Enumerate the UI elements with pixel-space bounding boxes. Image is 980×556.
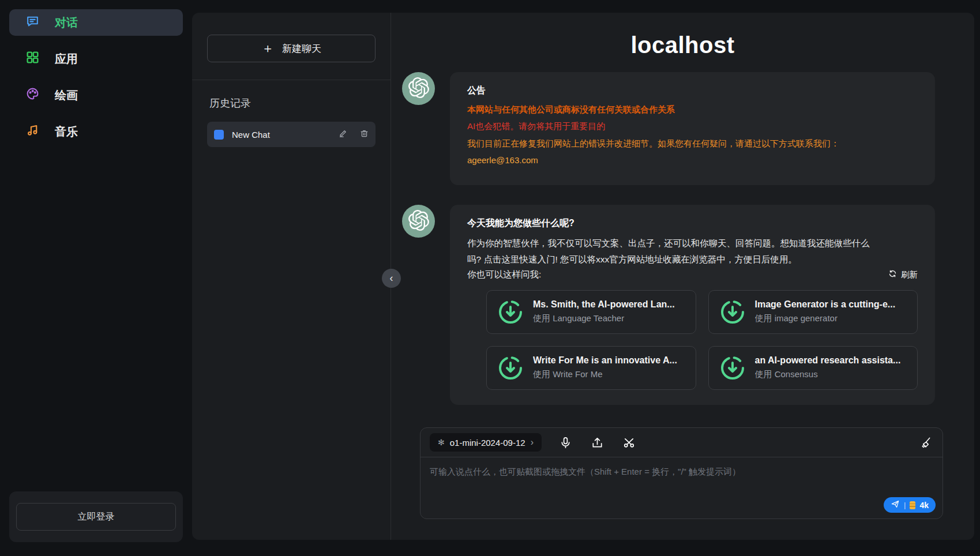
- announcement-line: 本网站与任何其他公司或商标没有任何关联或合作关系: [467, 103, 918, 116]
- suggestion-title: Image Generator is a cutting-e...: [755, 299, 896, 310]
- main-panel: ＋ 新建聊天 历史记录 New Chat: [192, 13, 974, 540]
- suggestion-text: an AI-powered research assista... 使用 Con…: [755, 355, 901, 380]
- music-note-icon: [25, 123, 40, 140]
- suggestion-card[interactable]: an AI-powered research assista... 使用 Con…: [708, 346, 918, 390]
- assistant-avatar: [402, 72, 435, 105]
- suggestion-title: an AI-powered research assista...: [755, 355, 901, 366]
- sidebar-item-label: 对话: [55, 15, 78, 31]
- ask-hint: 你也可以这样问我:: [467, 269, 541, 281]
- suggestion-card[interactable]: Write For Me is an innovative A... 使用 Wr…: [486, 346, 696, 390]
- suggestion-subtitle: 使用 Consensus: [755, 369, 901, 380]
- token-coin-icon: [910, 501, 915, 509]
- download-circle-icon: [497, 355, 524, 381]
- suggestion-subtitle: 使用 Write For Me: [533, 369, 677, 380]
- announcement-bubble: 公告 本网站与任何其他公司或商标没有任何关联或合作关系 AI也会犯错。请勿将其用…: [450, 72, 935, 185]
- separator: |: [904, 501, 906, 509]
- sidebar: 对话 应用 绘画: [0, 0, 192, 556]
- suggestion-subtitle: 使用 image generator: [755, 313, 896, 324]
- edit-icon[interactable]: [334, 129, 347, 140]
- send-button[interactable]: | 4k: [884, 497, 936, 513]
- sidebar-item-label: 应用: [55, 51, 78, 67]
- welcome-body: 作为你的智慧伙伴，我不仅可以写文案、出点子，还可以和你聊天、回答问题。想知道我还…: [467, 235, 883, 268]
- message-announcement: 公告 本网站与任何其他公司或商标没有任何关联或合作关系 AI也会犯错。请勿将其用…: [402, 72, 935, 185]
- login-button[interactable]: 立即登录: [16, 503, 176, 531]
- chat-list-column: ＋ 新建聊天 历史记录 New Chat: [192, 13, 391, 540]
- chat-header: localhost: [391, 13, 974, 62]
- sparkle-icon: ✻: [438, 438, 445, 447]
- history-item-title: New Chat: [232, 130, 326, 140]
- download-circle-icon: [719, 299, 746, 325]
- welcome-bubble: 今天我能为您做些什么呢? 作为你的智慧伙伴，我不仅可以写文案、出点子，还可以和你…: [450, 205, 935, 405]
- sidebar-item-music[interactable]: 音乐: [9, 118, 183, 145]
- welcome-title: 今天我能为您做些什么呢?: [467, 217, 918, 230]
- hint-row: 你也可以这样问我: 刷新: [467, 269, 918, 281]
- message-input[interactable]: [430, 467, 933, 497]
- new-chat-label: 新建聊天: [282, 42, 321, 55]
- refresh-label: 刷新: [901, 269, 918, 280]
- messages-list: 公告 本网站与任何其他公司或商标没有任何关联或合作关系 AI也会犯错。请勿将其用…: [391, 62, 974, 427]
- history-title: 历史记录: [209, 96, 376, 110]
- sidebar-item-label: 绘画: [55, 88, 78, 103]
- sidebar-item-drawing[interactable]: 绘画: [9, 82, 183, 108]
- login-card: 立即登录: [9, 491, 183, 542]
- openai-logo-icon: [408, 210, 429, 233]
- composer: ✻ o1-mini-2024-09-12 ›: [420, 427, 943, 519]
- refresh-icon: [888, 269, 897, 280]
- delete-icon[interactable]: [355, 129, 369, 140]
- token-count: 4k: [919, 501, 929, 510]
- suggestion-text: Write For Me is an innovative A... 使用 Wr…: [533, 355, 677, 380]
- page-title: localhost: [630, 32, 734, 58]
- plus-icon: ＋: [261, 42, 274, 55]
- sidebar-item-chat[interactable]: 对话: [9, 9, 183, 36]
- history-item-new-chat[interactable]: New Chat: [207, 122, 376, 147]
- announcement-line: 我们目前正在修复我们网站上的错误并改进细节。如果您有任何疑问，请通过以下方式联系…: [467, 137, 918, 150]
- palette-icon: [25, 87, 40, 104]
- divider: [192, 80, 391, 80]
- suggestion-card[interactable]: Ms. Smith, the AI-powered Lan... 使用 Lang…: [486, 290, 696, 334]
- model-selector[interactable]: ✻ o1-mini-2024-09-12 ›: [430, 433, 542, 452]
- announcement-title: 公告: [467, 85, 918, 97]
- refresh-button[interactable]: 刷新: [888, 269, 918, 280]
- chat-area: localhost 公告 本网站与任何其他公司或商标没有任何关联或合作关系 AI…: [391, 13, 974, 540]
- grid-icon: [25, 50, 40, 67]
- chat-bubble-icon: [25, 14, 40, 31]
- send-plane-icon: [891, 499, 900, 510]
- scissors-button[interactable]: [621, 435, 637, 450]
- microphone-button[interactable]: [558, 435, 573, 450]
- suggestion-title: Write For Me is an innovative A...: [533, 355, 677, 366]
- upload-button[interactable]: [589, 435, 605, 450]
- chevron-right-icon: ›: [531, 437, 534, 448]
- suggestion-title: Ms. Smith, the AI-powered Lan...: [533, 299, 675, 310]
- download-circle-icon: [497, 299, 524, 325]
- suggestion-grid: Ms. Smith, the AI-powered Lan... 使用 Lang…: [486, 290, 918, 390]
- composer-input-area: | 4k: [420, 457, 943, 519]
- suggestion-subtitle: 使用 Language Teacher: [533, 313, 675, 324]
- message-welcome: 今天我能为您做些什么呢? 作为你的智慧伙伴，我不仅可以写文案、出点子，还可以和你…: [402, 205, 935, 405]
- composer-toolbar: ✻ o1-mini-2024-09-12 ›: [420, 428, 943, 457]
- assistant-avatar: [402, 205, 435, 238]
- openai-logo-icon: [408, 77, 429, 100]
- sidebar-item-apps[interactable]: 应用: [9, 46, 183, 72]
- suggestion-card[interactable]: Image Generator is a cutting-e... 使用 ima…: [708, 290, 918, 334]
- announcement-line: AI也会犯错。请勿将其用于重要目的: [467, 119, 918, 133]
- contact-email-link[interactable]: ageerle@163.com: [467, 153, 918, 167]
- sidebar-item-label: 音乐: [55, 124, 78, 140]
- clear-broom-button[interactable]: [918, 435, 933, 450]
- app-root: 对话 应用 绘画: [0, 0, 980, 556]
- new-chat-button[interactable]: ＋ 新建聊天: [207, 35, 376, 62]
- chevron-left-icon: ‹: [390, 272, 393, 284]
- chat-color-square: [214, 130, 224, 140]
- suggestion-text: Image Generator is a cutting-e... 使用 ima…: [755, 299, 896, 324]
- model-name: o1-mini-2024-09-12: [450, 438, 525, 448]
- collapse-sidebar-handle[interactable]: ‹: [382, 269, 401, 288]
- download-circle-icon: [719, 355, 746, 381]
- suggestion-text: Ms. Smith, the AI-powered Lan... 使用 Lang…: [533, 299, 675, 324]
